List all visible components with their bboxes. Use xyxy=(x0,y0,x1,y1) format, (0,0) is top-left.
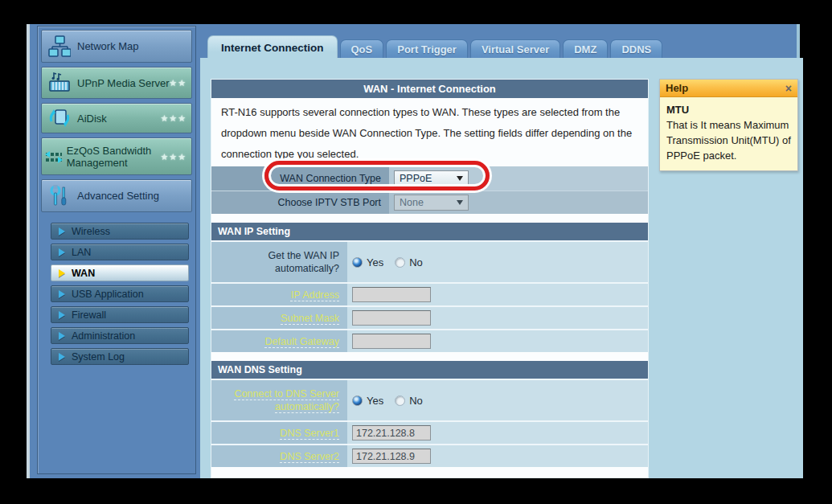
selected-option: None xyxy=(400,197,424,208)
wan-connection-type-label: WAN Connection Type xyxy=(211,166,389,191)
get-wan-ip-auto-label: Get the WAN IP automatically? xyxy=(211,242,347,282)
sidebar-item-label: Network Map xyxy=(77,40,160,52)
help-title: Help xyxy=(666,82,688,94)
dns-server1-link[interactable]: DNS Server1 xyxy=(280,427,339,440)
wan-ip-setting-section: WAN IP Setting Get the WAN IP automatica… xyxy=(211,223,648,352)
radio-label-yes: Yes xyxy=(367,256,383,268)
table-row: DNS Server1 xyxy=(211,420,648,444)
radio-label-no: No xyxy=(409,395,423,407)
router-admin-page: Network Map UPnP Media Server ★★ xyxy=(27,24,800,478)
intro-text: RT-N16 supports several connection types… xyxy=(211,98,648,165)
ip-address-input[interactable] xyxy=(352,287,431,302)
sidebar-item-wan[interactable]: WAN xyxy=(51,264,189,281)
ezqos-icon xyxy=(42,145,67,168)
radio-wan-ip-yes[interactable] xyxy=(352,257,363,268)
table-row: Default Gateway xyxy=(211,329,648,352)
tab-ddns[interactable]: DDNS xyxy=(610,39,662,59)
radio-wan-ip-no[interactable] xyxy=(395,257,405,268)
table-row: Connect to DNS Server automatically? Yes… xyxy=(211,379,648,420)
help-description: That is It means Maximum Transmission Un… xyxy=(666,117,791,163)
default-gateway-link[interactable]: Default Gateway xyxy=(265,335,339,348)
sidebar-sub-label: LAN xyxy=(72,247,91,258)
sidebar-item-system-log[interactable]: System Log xyxy=(51,348,189,365)
sidebar-item-upnp-media-server[interactable]: UPnP Media Server ★★ xyxy=(41,67,192,99)
iptv-stb-port-label: Choose IPTV STB Port xyxy=(211,191,389,214)
sidebar-item-ezqos[interactable]: EzQoS Bandwidth Management ★★★ xyxy=(41,137,192,175)
sidebar-item-lan[interactable]: LAN xyxy=(51,244,189,260)
sidebar-item-advanced-setting[interactable]: Advanced Setting xyxy=(41,179,192,212)
help-body: MTU That is It means Maximum Transmissio… xyxy=(660,97,797,170)
connect-dns-auto-link[interactable]: Connect to DNS Server automatically? xyxy=(211,387,339,413)
rating-stars: ★★ xyxy=(169,78,186,88)
chevron-down-icon xyxy=(457,200,463,205)
sidebar-item-usb-application[interactable]: USB Application xyxy=(51,285,189,302)
radio-label-no: No xyxy=(409,256,423,268)
table-row: WAN Connection Type PPPoE xyxy=(211,166,648,191)
table-row: Choose IPTV STB Port None xyxy=(211,191,648,214)
tab-dmz[interactable]: DMZ xyxy=(563,39,608,59)
sidebar-item-administration[interactable]: Administration xyxy=(51,327,189,344)
tab-qos[interactable]: QoS xyxy=(340,39,384,59)
wan-connection-type-select[interactable]: PPPoE xyxy=(394,170,469,186)
tab-internet-connection[interactable]: Internet Connection xyxy=(207,35,338,59)
subnet-mask-link[interactable]: Subnet Mask xyxy=(281,312,339,325)
sidebar: Network Map UPnP Media Server ★★ xyxy=(37,26,196,474)
iptv-stb-port-select[interactable]: None xyxy=(394,195,469,211)
sidebar-sub-label: Wireless xyxy=(72,226,110,237)
content-panel: WAN - Internet Connection RT-N16 support… xyxy=(200,58,803,478)
dns-server2-link[interactable]: DNS Server2 xyxy=(280,450,339,463)
ip-address-link[interactable]: IP Address xyxy=(291,289,339,301)
sidebar-sub-label: WAN xyxy=(72,268,95,279)
table-row: IP Address xyxy=(211,282,648,305)
tab-bar: Internet Connection QoS Port Trigger Vir… xyxy=(200,35,665,59)
sidebar-item-firewall[interactable]: Firewall xyxy=(51,306,189,323)
dns-server2-input[interactable] xyxy=(352,449,431,464)
help-titlebar: Help × xyxy=(660,80,797,97)
selected-option: PPPoE xyxy=(400,173,432,184)
section-title: WAN DNS Setting xyxy=(211,361,648,379)
media-server-icon xyxy=(42,72,77,94)
sidebar-item-label: Advanced Setting xyxy=(77,190,180,202)
arrow-icon xyxy=(59,269,65,277)
radio-dns-yes[interactable] xyxy=(352,395,363,406)
rating-stars: ★★★ xyxy=(160,151,186,162)
close-icon[interactable]: × xyxy=(785,83,792,94)
table-row: Subnet Mask xyxy=(211,305,648,329)
tab-virtual-server[interactable]: Virtual Server xyxy=(470,39,560,59)
connection-type-table: WAN Connection Type PPPoE Choose IPTV ST… xyxy=(211,166,648,214)
network-map-icon xyxy=(42,35,77,58)
rating-stars: ★★★ xyxy=(160,113,186,124)
tab-port-trigger[interactable]: Port Trigger xyxy=(386,39,468,59)
chevron-down-icon xyxy=(457,176,463,181)
table-row: Get the WAN IP automatically? Yes No xyxy=(211,240,648,282)
subnet-mask-input[interactable] xyxy=(352,310,431,326)
help-panel: Help × MTU That is It means Maximum Tran… xyxy=(659,79,798,171)
aidisk-icon xyxy=(42,107,77,129)
radio-label-yes: Yes xyxy=(367,395,383,407)
table-row: DNS Server2 xyxy=(211,444,648,467)
arrow-icon xyxy=(59,290,65,298)
section-title: WAN IP Setting xyxy=(211,223,648,240)
sidebar-item-network-map[interactable]: Network Map xyxy=(41,30,192,63)
dns-server1-input[interactable] xyxy=(352,425,431,440)
radio-dns-no[interactable] xyxy=(395,395,405,406)
arrow-icon xyxy=(59,353,65,361)
sidebar-sub-label: USB Application xyxy=(72,289,144,300)
sidebar-sub-label: Administration xyxy=(72,330,135,342)
arrow-icon xyxy=(59,248,65,256)
arrow-icon xyxy=(59,227,65,236)
sidebar-sub-label: Firewall xyxy=(72,309,106,321)
default-gateway-input[interactable] xyxy=(352,334,431,349)
main-box: WAN - Internet Connection RT-N16 support… xyxy=(211,79,649,478)
sidebar-item-wireless[interactable]: Wireless xyxy=(51,223,189,240)
sidebar-item-label: AiDisk xyxy=(77,113,128,125)
page-title: WAN - Internet Connection xyxy=(211,80,648,98)
arrow-icon xyxy=(59,332,65,340)
advanced-setting-icon xyxy=(42,185,77,207)
sidebar-item-aidisk[interactable]: AiDisk ★★★ xyxy=(41,103,192,133)
arrow-icon xyxy=(59,311,65,319)
wan-dns-setting-section: WAN DNS Setting Connect to DNS Server au… xyxy=(211,361,648,467)
sidebar-sub-label: System Log xyxy=(72,351,125,363)
help-term: MTU xyxy=(666,102,791,117)
